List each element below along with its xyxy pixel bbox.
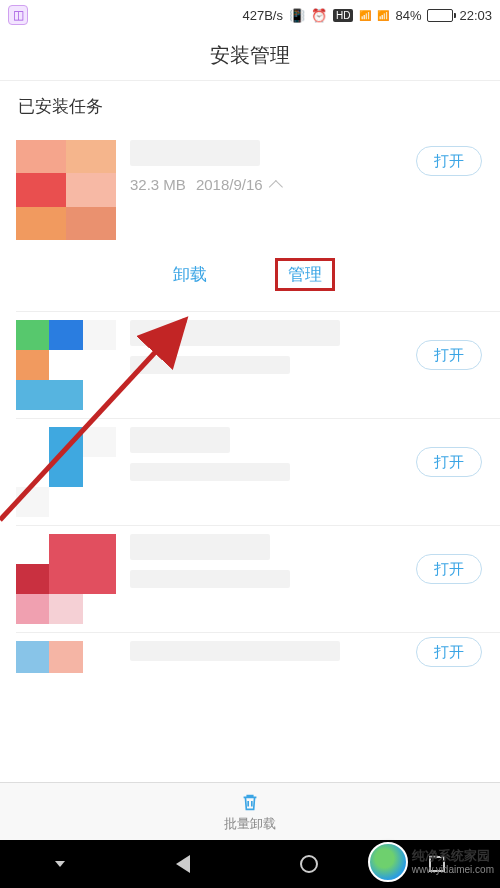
app-icon-thumb: [16, 534, 116, 624]
recent-app-icon: ◫: [8, 5, 28, 25]
battery-percent: 84%: [395, 8, 421, 23]
open-button[interactable]: 打开: [416, 637, 482, 667]
signal-2g-icon: 📶: [359, 10, 371, 21]
open-button[interactable]: 打开: [416, 447, 482, 477]
manage-link[interactable]: 管理: [275, 258, 335, 291]
trash-icon: [239, 791, 261, 813]
installed-apps-list: 32.3 MB 2018/9/16 打开 卸载 管理 打开 打开: [0, 128, 500, 673]
app-icon-thumb: [16, 140, 116, 240]
watermark: 纯净系统家园 www.yidaimei.com: [368, 842, 494, 882]
page-title: 安装管理: [0, 30, 500, 80]
app-size: 32.3 MB: [130, 176, 186, 193]
chevron-up-icon[interactable]: [268, 180, 282, 194]
app-icon-thumb: [16, 427, 116, 517]
vibrate-icon: 📳: [289, 8, 305, 23]
nav-menu-icon[interactable]: [55, 861, 65, 867]
app-name-blurred: [130, 320, 340, 346]
open-button[interactable]: 打开: [416, 340, 482, 370]
nav-home-button[interactable]: [300, 855, 318, 873]
app-date: 2018/9/16: [196, 176, 263, 193]
batch-uninstall-button[interactable]: 批量卸载: [0, 782, 500, 840]
list-item[interactable]: 打开: [0, 419, 500, 525]
open-button[interactable]: 打开: [416, 146, 482, 176]
batch-uninstall-label: 批量卸载: [224, 815, 276, 833]
alarm-icon: ⏰: [311, 8, 327, 23]
app-icon-thumb: [16, 320, 116, 410]
expanded-actions-row: 卸载 管理: [0, 240, 500, 311]
status-bar: ◫ 427B/s 📳 ⏰ HD 📶 📶 84% 22:03: [0, 0, 500, 30]
signal-4g-icon: 📶: [377, 10, 389, 21]
uninstall-link[interactable]: 卸载: [165, 261, 215, 288]
list-item[interactable]: 打开: [0, 312, 500, 418]
hd-badge: HD: [333, 9, 353, 22]
open-button[interactable]: 打开: [416, 554, 482, 584]
watermark-url: www.yidaimei.com: [412, 864, 494, 875]
net-speed: 427B/s: [242, 8, 282, 23]
nav-back-button[interactable]: [176, 855, 190, 873]
list-item[interactable]: 32.3 MB 2018/9/16 打开: [0, 128, 500, 240]
app-icon-thumb: [16, 641, 116, 673]
list-item[interactable]: 打开: [0, 526, 500, 632]
status-time: 22:03: [459, 8, 492, 23]
app-name-blurred: [130, 534, 270, 560]
watermark-title: 纯净系统家园: [412, 849, 494, 863]
watermark-logo-icon: [368, 842, 408, 882]
app-name-blurred: [130, 641, 340, 661]
app-name-blurred: [130, 140, 260, 166]
list-item[interactable]: 打开: [0, 633, 500, 673]
battery-icon: [427, 9, 453, 22]
section-header-installed: 已安装任务: [0, 80, 500, 128]
app-name-blurred: [130, 427, 230, 453]
